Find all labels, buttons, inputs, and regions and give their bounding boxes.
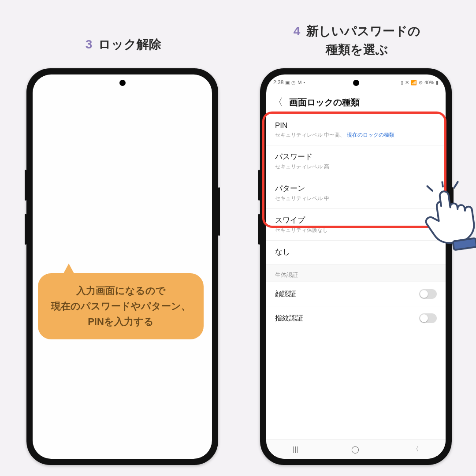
- svg-line-2: [454, 182, 459, 188]
- toggle-label: 顔認証: [275, 290, 296, 299]
- phone-screen-blank: [33, 74, 212, 459]
- phone-screen-settings: 2:38 ▣ ◷ M • ▯ ✕ 📶 ⊘ 40% ▮ 〈 画面ロックの種類 PI…: [266, 74, 446, 459]
- vibrate-icon: ▯: [401, 80, 403, 86]
- step-text: ロック解除: [98, 37, 161, 51]
- option-subtitle: セキュリティレベル 中〜高、 現在のロックの種類: [275, 131, 437, 139]
- svg-line-1: [442, 181, 443, 187]
- toggle-switch[interactable]: [419, 289, 437, 299]
- lock-option-pin[interactable]: PIN セキュリティレベル 中〜高、 現在のロックの種類: [266, 115, 446, 145]
- option-subtitle: セキュリティレベル 高: [275, 163, 437, 171]
- android-nav-bar: ||| ◯ 〈: [266, 439, 446, 459]
- section-biometrics-label: 生体認証: [266, 264, 446, 282]
- current-lock-label: 現在のロックの種類: [347, 132, 394, 138]
- step-number: 3: [86, 37, 93, 51]
- battery-percent: 40%: [424, 80, 434, 85]
- step-3-title: 3 ロック解除: [57, 35, 190, 54]
- option-title: パターン: [275, 183, 437, 193]
- step-number: 4: [294, 24, 301, 38]
- toggle-face-recognition[interactable]: 顔認証: [266, 282, 446, 306]
- option-title: なし: [275, 247, 437, 257]
- phone-frame-left: [26, 68, 218, 465]
- instruction-bubble: 入力画面になるので 現在のパスワードやパターン、 PINを入力する: [38, 273, 204, 339]
- option-title: パスワード: [275, 152, 437, 162]
- clock-icon: ◷: [291, 80, 296, 86]
- page-title: 画面ロックの種類: [289, 97, 360, 108]
- home-icon[interactable]: ◯: [351, 445, 359, 454]
- svg-line-0: [427, 186, 432, 191]
- step-text: 新しいパスワードの 種類を選ぶ: [306, 24, 420, 56]
- toggle-switch[interactable]: [419, 313, 437, 323]
- toggle-label: 指紋認証: [275, 314, 303, 323]
- tap-cursor-icon: [414, 177, 476, 260]
- toggle-fingerprint[interactable]: 指紋認証: [266, 306, 446, 330]
- front-camera-icon: [353, 80, 359, 86]
- page-header: 〈 画面ロックの種類: [266, 88, 446, 115]
- phone-frame-right: 2:38 ▣ ◷ M • ▯ ✕ 📶 ⊘ 40% ▮ 〈 画面ロックの種類 PI…: [260, 68, 452, 465]
- front-camera-icon: [119, 80, 126, 86]
- recents-icon[interactable]: |||: [293, 446, 298, 454]
- mute-icon: ✕: [405, 80, 409, 86]
- status-time: 2:38: [273, 79, 283, 86]
- mail-icon: M: [298, 80, 301, 85]
- image-icon: ▣: [285, 80, 290, 86]
- step-4-title: 4 新しいパスワードの 種類を選ぶ: [264, 22, 450, 59]
- option-subtitle: セキュリティレベル 中: [275, 195, 437, 202]
- wifi-icon: 📶: [411, 80, 417, 86]
- dnd-icon: ⊘: [419, 80, 423, 86]
- more-icon: •: [304, 80, 305, 85]
- lock-option-none[interactable]: なし: [266, 240, 446, 264]
- lock-option-password[interactable]: パスワード セキュリティレベル 高: [266, 145, 446, 177]
- back-nav-icon[interactable]: 〈: [412, 445, 419, 454]
- back-icon[interactable]: 〈: [273, 96, 283, 109]
- battery-icon: ▮: [436, 80, 439, 86]
- option-title: PIN: [275, 121, 437, 130]
- option-subtitle: セキュリティ保護なし: [275, 227, 437, 234]
- option-title: スワイプ: [275, 215, 437, 225]
